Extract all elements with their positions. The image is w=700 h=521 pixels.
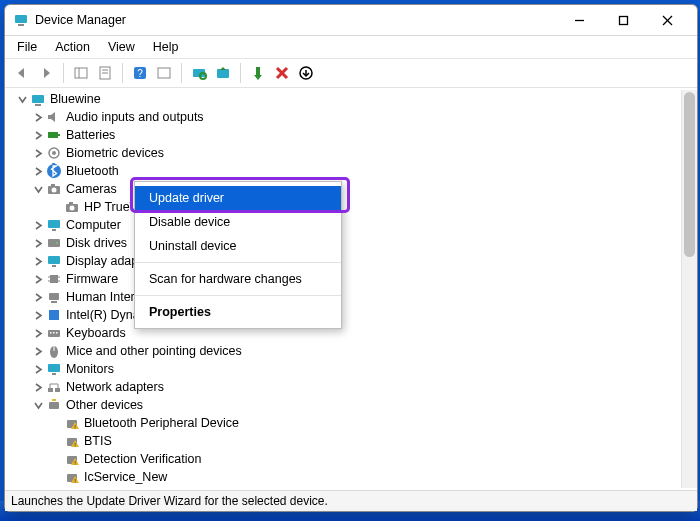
titlebar[interactable]: Device Manager	[5, 5, 697, 36]
expand-toggle[interactable]	[31, 164, 45, 178]
context-menu-item[interactable]: Uninstall device	[135, 234, 341, 258]
bluetooth-icon	[46, 163, 62, 179]
tree-label: Batteries	[66, 128, 115, 142]
battery-icon	[46, 127, 62, 143]
scan-button[interactable]	[188, 62, 210, 84]
tree-item[interactable]: !IcService_New	[9, 468, 679, 486]
svg-rect-21	[32, 95, 44, 103]
expand-toggle[interactable]	[31, 146, 45, 160]
update-driver-button[interactable]	[212, 62, 234, 84]
tree-item[interactable]: Keyboards	[9, 324, 679, 342]
minimize-button[interactable]	[557, 6, 601, 34]
svg-rect-3	[619, 16, 627, 24]
tree-item[interactable]: Biometric devices	[9, 144, 679, 162]
tree-item[interactable]: Other devices	[9, 396, 679, 414]
context-menu-item[interactable]: Properties	[135, 300, 341, 324]
keyboard-icon	[46, 325, 62, 341]
menu-help[interactable]: Help	[145, 38, 187, 56]
show-hide-tree-button[interactable]	[70, 62, 92, 84]
expand-toggle[interactable]	[31, 308, 45, 322]
tree-item[interactable]: Display adaptor	[9, 252, 679, 270]
app-icon	[13, 12, 29, 28]
scrollbar[interactable]	[681, 90, 697, 488]
monitor-icon	[46, 253, 62, 269]
expand-toggle[interactable]	[31, 344, 45, 358]
expand-toggle[interactable]	[31, 182, 45, 196]
menu-view[interactable]: View	[100, 38, 143, 56]
svg-rect-50	[53, 332, 55, 334]
expand-toggle[interactable]	[31, 236, 45, 250]
tree-item[interactable]: Mice and other pointing devices	[9, 342, 679, 360]
menu-action[interactable]: Action	[47, 38, 98, 56]
disable-button[interactable]	[295, 62, 317, 84]
expand-toggle[interactable]	[15, 92, 29, 106]
tree-item[interactable]: Computer	[9, 216, 679, 234]
intel-icon	[46, 307, 62, 323]
tree-item[interactable]: !SAMSUNGDEVICE	[9, 486, 679, 488]
help-button[interactable]: ?	[129, 62, 151, 84]
enable-button[interactable]	[247, 62, 269, 84]
svg-rect-45	[49, 293, 59, 300]
action-button[interactable]	[153, 62, 175, 84]
speaker-icon	[46, 109, 62, 125]
close-button[interactable]	[645, 6, 689, 34]
expand-toggle[interactable]	[31, 398, 45, 412]
context-menu-item[interactable]: Scan for hardware changes	[135, 267, 341, 291]
tree-item[interactable]: Firmware	[9, 270, 679, 288]
tree-label: Mice and other pointing devices	[66, 344, 242, 358]
tree-item[interactable]: Disk drives	[9, 234, 679, 252]
tree-item[interactable]: HP TrueVisi	[9, 198, 679, 216]
tree-label: BTIS	[84, 434, 112, 448]
svg-rect-58	[49, 402, 59, 409]
toolbar: ?	[5, 59, 697, 88]
forward-button[interactable]	[35, 62, 57, 84]
scrollbar-thumb[interactable]	[684, 92, 695, 257]
tree-item[interactable]: Intel(R) Dynamic	[9, 306, 679, 324]
menubar: File Action View Help	[5, 36, 697, 59]
tree-item[interactable]: Network adapters	[9, 378, 679, 396]
menu-file[interactable]: File	[9, 38, 45, 56]
tree-item[interactable]: Batteries	[9, 126, 679, 144]
svg-rect-40	[50, 275, 58, 283]
context-menu[interactable]: Update driverDisable deviceUninstall dev…	[134, 181, 342, 329]
context-menu-item[interactable]: Update driver	[135, 186, 341, 210]
svg-rect-36	[48, 239, 60, 247]
svg-rect-46	[51, 301, 57, 303]
chip-icon	[46, 271, 62, 287]
biometric-icon	[46, 145, 62, 161]
expand-toggle[interactable]	[31, 254, 45, 268]
expand-toggle[interactable]	[31, 128, 45, 142]
tree-item[interactable]: Audio inputs and outputs	[9, 108, 679, 126]
maximize-button[interactable]	[601, 6, 645, 34]
uninstall-button[interactable]	[271, 62, 293, 84]
warn-icon: !	[64, 451, 80, 467]
expand-toggle[interactable]	[31, 362, 45, 376]
expand-toggle[interactable]	[31, 218, 45, 232]
back-button[interactable]	[11, 62, 33, 84]
tree-item[interactable]: Monitors	[9, 360, 679, 378]
monitor-icon	[46, 217, 62, 233]
svg-point-26	[52, 151, 56, 155]
device-tree[interactable]: BluewineAudio inputs and outputsBatterie…	[9, 90, 679, 488]
svg-rect-47	[49, 310, 59, 320]
expand-toggle[interactable]	[31, 110, 45, 124]
tree-label: Cameras	[66, 182, 117, 196]
tree-item[interactable]: Cameras	[9, 180, 679, 198]
context-menu-item[interactable]: Disable device	[135, 210, 341, 234]
tree-root[interactable]: Bluewine	[9, 90, 679, 108]
tree-item[interactable]: !Detection Verification	[9, 450, 679, 468]
tree-item[interactable]: Human Interface	[9, 288, 679, 306]
expand-toggle[interactable]	[31, 290, 45, 304]
tree-item[interactable]: !BTIS	[9, 432, 679, 450]
device-manager-window: Device Manager File Action View Help ? B…	[4, 4, 698, 512]
expand-toggle[interactable]	[31, 380, 45, 394]
expand-toggle[interactable]	[31, 272, 45, 286]
computer-icon	[30, 91, 46, 107]
svg-point-29	[52, 188, 57, 193]
tree-item[interactable]: !Bluetooth Peripheral Device	[9, 414, 679, 432]
warn-icon: !	[64, 415, 80, 431]
tree-item[interactable]: Bluetooth	[9, 162, 679, 180]
hid-icon	[46, 289, 62, 305]
properties-button[interactable]	[94, 62, 116, 84]
expand-toggle[interactable]	[31, 326, 45, 340]
